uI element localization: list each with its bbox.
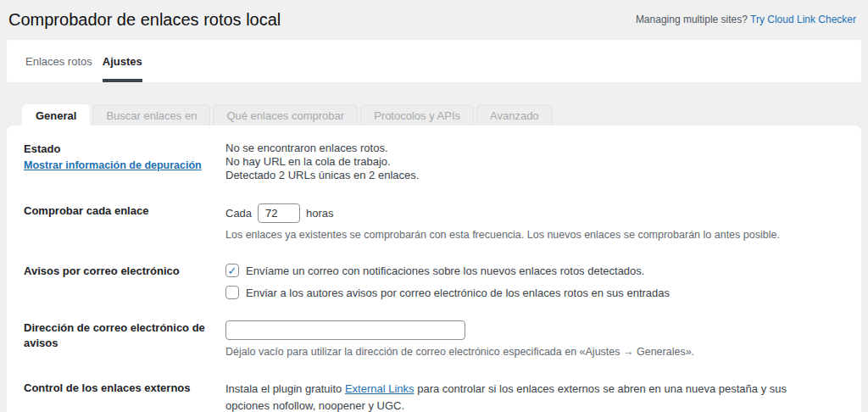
row-check-interval: Comprobar cada enlace Cada horas Los enl… — [17, 203, 844, 242]
notification-email-label: Dirección de correo electrónico de aviso… — [24, 320, 225, 351]
tab-general[interactable]: General — [22, 104, 90, 125]
status-line: No se encontraron enlaces rotos. — [225, 142, 844, 155]
tab-enlaces-rotos[interactable]: Enlaces rotos — [25, 40, 92, 82]
row-status: Estado Mostrar información de depuración… — [17, 142, 844, 182]
show-debug-info-link[interactable]: Mostrar información de depuración — [24, 159, 202, 171]
status-label: Estado — [24, 142, 225, 157]
email-notifications-label: Avisos por correo electrónico — [24, 264, 225, 279]
external-links-paragraph: Instala el plugin gratuito External Link… — [225, 381, 829, 412]
notify-authors-label[interactable]: Enviar a los autores avisos por correo e… — [246, 287, 670, 299]
notify-me-option[interactable]: Envíame un correo con notificaciones sob… — [225, 264, 844, 277]
interval-suffix: horas — [306, 207, 334, 220]
interval-hours-input[interactable] — [258, 203, 300, 223]
check-interval-label: Comprobar cada enlace — [24, 203, 225, 219]
notification-email-description: Déjalo vacío para utilizar la dirección … — [225, 345, 844, 359]
checkbox-checked-icon[interactable] — [225, 264, 239, 277]
checkbox-unchecked-icon[interactable] — [225, 286, 239, 299]
external-links-text-before: Instala el plugin gratuito — [225, 382, 345, 395]
notify-authors-option[interactable]: Enviar a los autores avisos por correo e… — [225, 286, 844, 299]
tab-protocolos-y-apis[interactable]: Protocolos y APIs — [360, 104, 474, 125]
admin-topbar: Comprobador de enlaces rotos local Manag… — [0, 0, 868, 40]
check-interval-description: Los enlaces ya existentes se comprobarán… — [225, 228, 844, 242]
manage-sites-text: Managing multiple sites? — [636, 14, 750, 25]
row-external-links: Control de los enlaces externos Instala … — [17, 381, 844, 412]
tab-ajustes[interactable]: Ajustes — [103, 40, 142, 82]
notification-email-input[interactable] — [225, 320, 465, 340]
settings-panel: Estado Mostrar información de depuración… — [7, 125, 861, 412]
row-notification-email: Dirección de correo electrónico de aviso… — [17, 320, 844, 359]
status-line: Detectado 2 URLs únicas en 2 enlaces. — [225, 169, 844, 182]
tab-que-enlaces-comprobar[interactable]: Qué enlaces comprobar — [213, 104, 358, 125]
settings-tab-bar: General Buscar enlaces en Qué enlaces co… — [22, 104, 868, 125]
cloud-link-checker-link[interactable]: Try Cloud Link Checker — [750, 14, 856, 25]
external-links-label: Control de los enlaces externos — [24, 381, 225, 396]
manage-sites-note: Managing multiple sites? Try Cloud Link … — [636, 10, 856, 25]
notify-me-label[interactable]: Envíame un correo con notificaciones sob… — [246, 264, 644, 277]
interval-prefix: Cada — [225, 207, 252, 220]
tab-buscar-enlaces-en[interactable]: Buscar enlaces en — [92, 104, 210, 125]
page-title: Comprobador de enlaces rotos local — [8, 10, 281, 30]
external-links-plugin-link[interactable]: External Links — [345, 382, 415, 395]
main-tab-bar: Enlaces rotos Ajustes — [7, 40, 861, 82]
tab-avanzado[interactable]: Avanzado — [476, 104, 553, 125]
status-line: No hay URL en la cola de trabajo. — [225, 155, 844, 169]
row-email-notifications: Avisos por correo electrónico Envíame un… — [17, 264, 844, 299]
